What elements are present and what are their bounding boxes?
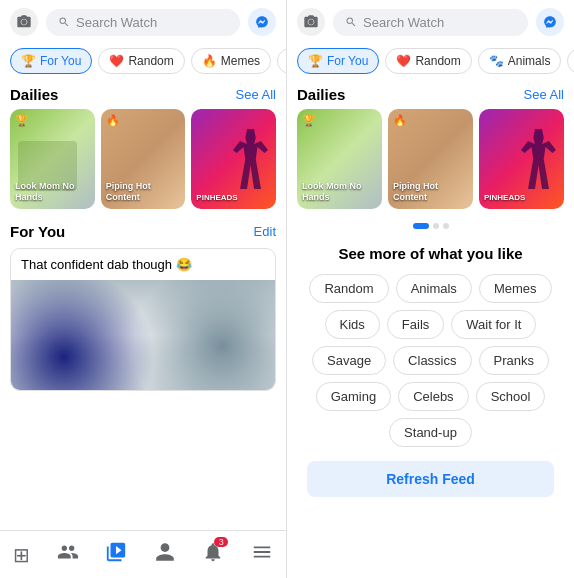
right-search-placeholder: Search Watch — [363, 15, 444, 30]
left-messenger-icon[interactable] — [248, 8, 276, 36]
tag-pill[interactable]: School — [476, 382, 546, 411]
right-search-bar: Search Watch — [287, 0, 574, 44]
tag-pill[interactable]: Memes — [479, 274, 552, 303]
right-card-label-1: Piping Hot Content — [393, 181, 468, 203]
notification-badge: 3 — [214, 537, 228, 547]
right-dailies-title: Dailies — [297, 86, 345, 103]
see-more-title: See more of what you like — [297, 245, 564, 262]
for-you-icon: 🏆 — [21, 54, 36, 68]
memes-icon: 🔥 — [202, 54, 217, 68]
left-search-input[interactable]: Search Watch — [46, 9, 240, 36]
card-label-0: Look Mom No Hands — [15, 181, 90, 203]
left-panel: Search Watch 🏆 For You ❤️ Random 🔥 Memes… — [0, 0, 287, 578]
left-bottom-nav: ⊞ 3 — [0, 530, 286, 578]
tag-pill[interactable]: Celebs — [398, 382, 468, 411]
for-you-edit[interactable]: Edit — [254, 224, 276, 239]
right-daily-cards: 🏆 Look Mom No Hands 🔥 Piping Hot Content… — [287, 109, 574, 219]
right-messenger-icon[interactable] — [536, 8, 564, 36]
svg-point-0 — [21, 19, 26, 24]
see-more-section: See more of what you like RandomAnimalsM… — [287, 235, 574, 503]
tag-pill[interactable]: Wait for It — [451, 310, 536, 339]
nav-menu[interactable] — [243, 539, 281, 570]
refresh-feed-button[interactable]: Refresh Feed — [307, 461, 554, 497]
post-image — [11, 280, 275, 390]
camera-icon[interactable] — [10, 8, 38, 36]
left-dailies-title: Dailies — [10, 86, 58, 103]
right-card-badge-0: 🏆 — [302, 114, 316, 127]
tag-pill[interactable]: Pranks — [479, 346, 549, 375]
tag-pill[interactable]: Fails — [387, 310, 444, 339]
tab-for-you[interactable]: 🏆 For You — [10, 48, 92, 74]
tag-pill[interactable]: Savage — [312, 346, 386, 375]
tags-container: RandomAnimalsMemesKidsFailsWait for ItSa… — [297, 274, 564, 447]
right-tab-random[interactable]: ❤️ Random — [385, 48, 471, 74]
tag-pill[interactable]: Classics — [393, 346, 471, 375]
scroll-dot-2 — [443, 223, 449, 229]
card-label-2: PINHEADS — [196, 193, 271, 203]
random-icon: ❤️ — [109, 54, 124, 68]
post-card[interactable]: That confident dab though 😂 — [10, 248, 276, 391]
right-dailies-see-all[interactable]: See All — [524, 87, 564, 102]
svg-point-1 — [308, 19, 313, 24]
right-category-tabs: 🏆 For You ❤️ Random 🐾 Animals 🔥 — [287, 44, 574, 82]
nav-profile[interactable] — [146, 539, 184, 570]
right-search-input[interactable]: Search Watch — [333, 9, 528, 36]
right-daily-card-0[interactable]: 🏆 Look Mom No Hands — [297, 109, 382, 209]
scroll-dot-1 — [433, 223, 439, 229]
daily-card-2[interactable]: PINHEADS — [191, 109, 276, 209]
right-card-badge-1: 🔥 — [393, 114, 407, 127]
right-tab-for-you[interactable]: 🏆 For You — [297, 48, 379, 74]
left-dailies-see-all[interactable]: See All — [236, 87, 276, 102]
left-search-placeholder: Search Watch — [76, 15, 157, 30]
tab-animals-left[interactable]: Animals — [277, 48, 286, 74]
right-for-you-icon: 🏆 — [308, 54, 323, 68]
card-badge-0: 🏆 — [15, 114, 29, 127]
watch-icon — [105, 541, 127, 568]
right-animals-icon: 🐾 — [489, 54, 504, 68]
nav-home[interactable]: ⊞ — [5, 541, 38, 569]
tab-random[interactable]: ❤️ Random — [98, 48, 184, 74]
right-camera-icon[interactable] — [297, 8, 325, 36]
tag-pill[interactable]: Animals — [396, 274, 472, 303]
for-you-title: For You — [10, 223, 65, 240]
left-search-bar: Search Watch — [0, 0, 286, 44]
tab-memes[interactable]: 🔥 Memes — [191, 48, 271, 74]
card-badge-1: 🔥 — [106, 114, 120, 127]
left-category-tabs: 🏆 For You ❤️ Random 🔥 Memes Animals — [0, 44, 286, 82]
tag-pill[interactable]: Kids — [325, 310, 380, 339]
tag-pill[interactable]: Random — [309, 274, 388, 303]
post-text: That confident dab though 😂 — [11, 249, 275, 280]
right-tab-animals[interactable]: 🐾 Animals — [478, 48, 562, 74]
card-label-1: Piping Hot Content — [106, 181, 181, 203]
friends-icon — [57, 541, 79, 568]
right-daily-card-1[interactable]: 🔥 Piping Hot Content — [388, 109, 473, 209]
tag-pill[interactable]: Stand-up — [389, 418, 472, 447]
right-card-label-2: PINHEADS — [484, 193, 559, 203]
profile-icon — [154, 541, 176, 568]
right-tab-more[interactable]: 🔥 — [567, 48, 574, 74]
right-panel: Search Watch 🏆 For You ❤️ Random 🐾 Anima… — [287, 0, 574, 578]
menu-icon — [251, 541, 273, 568]
right-random-icon: ❤️ — [396, 54, 411, 68]
nav-notifications[interactable]: 3 — [194, 539, 232, 570]
daily-card-1[interactable]: 🔥 Piping Hot Content — [101, 109, 186, 209]
nav-friends[interactable] — [49, 539, 87, 570]
nav-watch[interactable] — [97, 539, 135, 570]
right-daily-card-2[interactable]: PINHEADS — [479, 109, 564, 209]
left-dailies-header: Dailies See All — [0, 82, 286, 109]
for-you-section: For You Edit That confident dab though 😂 — [0, 219, 286, 397]
for-you-header: For You Edit — [10, 223, 276, 240]
scroll-dot-0 — [413, 223, 429, 229]
daily-card-0[interactable]: 🏆 Look Mom No Hands — [10, 109, 95, 209]
left-daily-cards: 🏆 Look Mom No Hands 🔥 Piping Hot Content… — [0, 109, 286, 219]
right-card-label-0: Look Mom No Hands — [302, 181, 377, 203]
home-icon: ⊞ — [13, 543, 30, 567]
right-dailies-header: Dailies See All — [287, 82, 574, 109]
scroll-dots — [287, 219, 574, 235]
tag-pill[interactable]: Gaming — [316, 382, 392, 411]
